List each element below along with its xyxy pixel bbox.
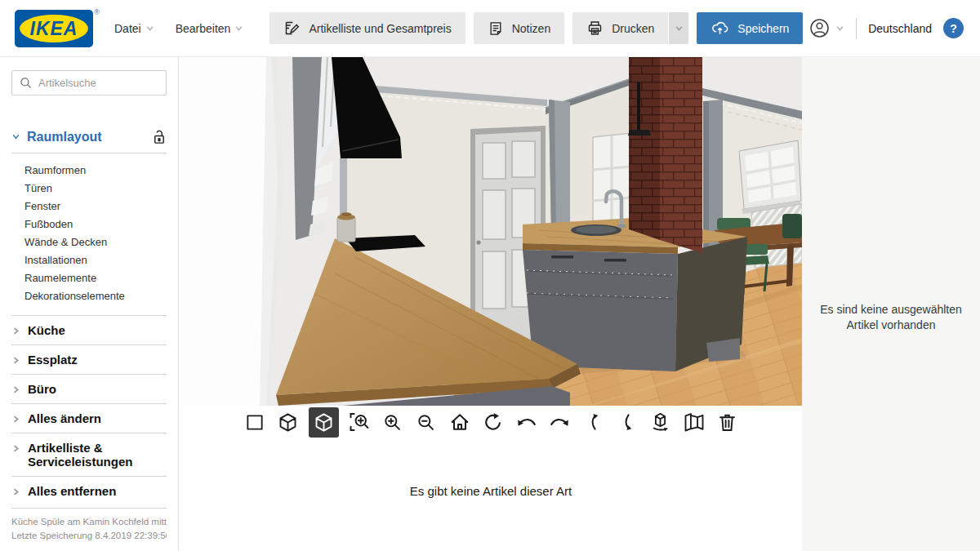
divider xyxy=(11,508,167,509)
orbit-view-button[interactable] xyxy=(309,407,339,438)
sidebar-section-essplatz[interactable]: Essplatz xyxy=(0,345,178,374)
sidebar-section-buero[interactable]: Büro xyxy=(0,375,178,403)
chevron-right-icon xyxy=(11,327,20,335)
sidebar-item-waende-decken[interactable]: Wände & Decken xyxy=(0,233,178,251)
home-icon xyxy=(448,411,471,433)
tilt-down-arrow-icon xyxy=(617,411,638,433)
chevron-down-icon xyxy=(145,24,154,33)
notes-icon xyxy=(488,20,504,37)
edit-list-icon xyxy=(283,20,301,37)
curved-arrow-right-icon xyxy=(548,411,572,434)
zoom-in-button[interactable] xyxy=(380,407,406,437)
sidebar-item-tueren[interactable]: Türen xyxy=(0,180,178,198)
no-articles-message: Es gibt keine Artikel dieser Art xyxy=(180,484,802,498)
chevron-down-icon xyxy=(835,24,844,33)
sidebar-item-raumelemente[interactable]: Raumelemente xyxy=(0,269,178,287)
home-view-button[interactable] xyxy=(447,407,473,437)
view-toolbar xyxy=(180,406,802,438)
sidebar-section-alles-entfernen[interactable]: Alles entfernen xyxy=(0,477,178,505)
3d-room-view[interactable] xyxy=(180,57,802,406)
curved-arrow-left-icon xyxy=(514,411,538,434)
chevron-right-icon xyxy=(11,356,20,365)
rotate-view-button[interactable] xyxy=(480,407,506,437)
account-menu[interactable] xyxy=(808,17,844,39)
rotate-object-icon xyxy=(649,411,671,433)
sidebar-section-artikelliste[interactable]: Artikelliste & Serviceleistungen xyxy=(0,433,178,476)
sidebar-item-fenster[interactable]: Fenster xyxy=(0,198,178,216)
lock-open-icon xyxy=(151,128,167,145)
menu-bearbeiten[interactable]: Bearbeiten xyxy=(176,22,244,35)
print-options-caret[interactable] xyxy=(669,12,688,44)
divider xyxy=(11,153,167,153)
help-button[interactable]: ? xyxy=(943,18,964,38)
no-selection-message: Es sind keine ausgewählten Artikel vorha… xyxy=(813,302,969,333)
cloud-upload-icon xyxy=(710,19,729,38)
rotate-left-button[interactable] xyxy=(514,407,540,437)
chevron-right-icon xyxy=(11,487,20,496)
header-right-cluster: Deutschland ? xyxy=(808,17,964,39)
print-button-group: Drucken xyxy=(572,12,688,44)
registered-mark: ® xyxy=(94,8,100,16)
zoom-out-button[interactable] xyxy=(413,407,439,437)
sidebar-item-raumformen[interactable]: Raumformen xyxy=(0,162,178,180)
sidebar-section-alles-aendern[interactable]: Alles ändern xyxy=(0,404,178,433)
search-icon xyxy=(19,76,33,90)
printer-icon xyxy=(586,20,604,37)
sidebar-section-kueche[interactable]: Küche xyxy=(0,316,178,344)
cube-3d-view-icon xyxy=(277,411,299,433)
trash-icon xyxy=(716,411,738,433)
ikea-logo[interactable]: IKEA ® xyxy=(15,10,93,47)
menu-datei[interactable]: Datei xyxy=(114,22,154,35)
search-input[interactable] xyxy=(38,77,153,89)
chevron-down-icon xyxy=(234,24,243,33)
ikea-home-planner: IKEA ® Datei Bearbeiten Artikelliste und… xyxy=(0,0,980,551)
article-list-button[interactable]: Artikelliste und Gesamtpreis xyxy=(270,12,465,44)
sidebar-item-dekorationselemente[interactable]: Dekorationselemente xyxy=(0,287,178,305)
selected-articles-panel: Es sind keine ausgewählten Artikel vorha… xyxy=(802,57,980,551)
zoom-selection-icon xyxy=(348,411,371,433)
sidebar-item-fussboden[interactable]: Fußboden xyxy=(0,216,178,233)
chevron-down-icon xyxy=(675,24,684,33)
rotate-object-button[interactable] xyxy=(648,407,674,437)
chevron-down-icon xyxy=(11,132,20,141)
ikea-logo-icon: IKEA xyxy=(15,10,93,47)
project-name: Küche Spüle am Kamin Kochfeld mitt... xyxy=(11,515,167,529)
notes-button[interactable]: Notizen xyxy=(474,12,564,44)
svg-text:IKEA: IKEA xyxy=(30,18,78,39)
top-view-button[interactable] xyxy=(242,407,268,437)
sidebar-section-raumlayout[interactable]: Raumlayout xyxy=(11,128,167,145)
chevron-right-icon xyxy=(11,415,20,424)
divider xyxy=(856,18,857,39)
raumlayout-items: Raumformen Türen Fenster Fußboden Wände … xyxy=(0,162,178,305)
article-search[interactable] xyxy=(11,70,167,96)
sidebar-item-installationen[interactable]: Installationen xyxy=(0,251,178,269)
3d-view-button[interactable] xyxy=(275,407,301,437)
zoom-in-icon xyxy=(381,411,403,433)
zoom-selection-button[interactable] xyxy=(346,407,372,437)
region-label[interactable]: Deutschland xyxy=(868,22,932,35)
last-saved-label: Letzte Speicherung 8.4.2019 22:39:56 xyxy=(11,529,167,543)
sidebar-footer: Küche Spüle am Kamin Kochfeld mitt... Le… xyxy=(0,508,178,551)
rotate-cw-icon xyxy=(482,411,505,433)
save-button[interactable]: Speichern xyxy=(697,12,803,44)
chevron-right-icon xyxy=(11,385,20,394)
account-icon xyxy=(808,17,831,39)
cube-orbit-view-icon xyxy=(313,411,335,433)
chevron-right-icon xyxy=(11,444,20,453)
walkthrough-button[interactable] xyxy=(681,407,707,437)
panorama-panels-icon xyxy=(683,411,706,433)
tilt-down-button[interactable] xyxy=(614,407,640,437)
tilt-up-arrow-icon xyxy=(583,411,604,433)
rotate-right-button[interactable] xyxy=(547,407,573,437)
square-2d-view-icon xyxy=(244,411,265,433)
delete-button[interactable] xyxy=(715,407,741,437)
header: IKEA ® Datei Bearbeiten Artikelliste und… xyxy=(0,0,980,57)
zoom-out-icon xyxy=(415,411,437,433)
sidebar: Raumlayout Raumformen Türen Fenster Fußb… xyxy=(0,57,179,551)
print-button[interactable]: Drucken xyxy=(572,12,668,44)
tilt-up-button[interactable] xyxy=(581,407,607,437)
